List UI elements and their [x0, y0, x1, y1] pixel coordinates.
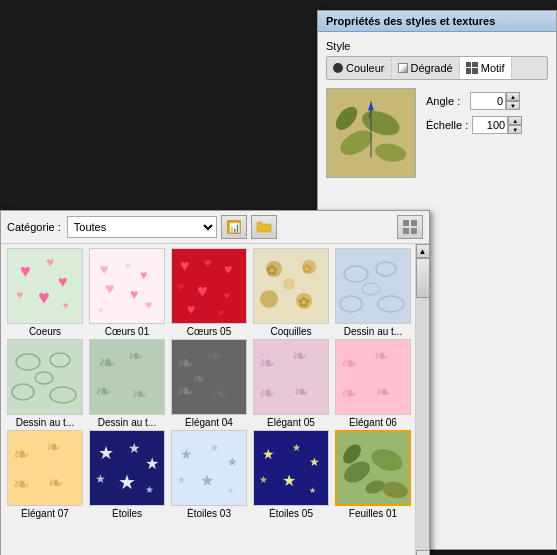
scale-up-button[interactable]: ▲ [508, 116, 522, 125]
svg-text:★: ★ [98, 443, 114, 463]
motif-icon [466, 62, 478, 74]
couleur-icon [333, 63, 343, 73]
tile-feuilles-01[interactable]: Feuilles 01 [333, 430, 413, 519]
tile-coeurs[interactable]: ♥ ♥ ♥ ♥ ♥ ♥ Coeurs [5, 248, 85, 337]
angle-spinner: ▲ ▼ [470, 92, 520, 110]
tab-degrade[interactable]: Dégradé [392, 57, 460, 79]
folder-icon [256, 219, 272, 235]
svg-text:♥: ♥ [217, 306, 224, 320]
svg-text:♥: ♥ [38, 286, 50, 308]
svg-text:♥: ♥ [46, 254, 54, 270]
svg-text:♥: ♥ [105, 280, 115, 297]
svg-text:★: ★ [282, 472, 296, 489]
tile-coeurs-05[interactable]: ♥ ♥ ♥ ♥ ♥ ♥ ♥ ♥ Cœurs 05 [169, 248, 249, 337]
svg-text:★: ★ [259, 474, 268, 485]
scale-group: Échelle : ▲ ▼ [426, 116, 522, 134]
tile-coquilles[interactable]: ✿ ✿ ✿ Coquilles [251, 248, 331, 337]
style-label: Style [326, 40, 548, 52]
tab-degrade-label: Dégradé [411, 62, 453, 74]
svg-text:♥: ♥ [58, 273, 68, 290]
svg-text:★: ★ [227, 486, 234, 495]
angle-scale-controls: Angle : ▲ ▼ Échelle : ▲ [426, 88, 522, 186]
tile-coeurs-01[interactable]: ♥ ♥ ♥ ♥ ♥ ♥ ♥ Cœurs 01 [87, 248, 167, 337]
tile-dessin-au-2-img [7, 339, 83, 415]
tab-motif-label: Motif [481, 62, 505, 74]
tab-motif[interactable]: Motif [460, 57, 512, 79]
svg-text:❧: ❧ [376, 382, 391, 402]
svg-text:♥: ♥ [98, 305, 104, 316]
scroll-up-arrow[interactable]: ▲ [416, 244, 430, 258]
scale-spinner-buttons: ▲ ▼ [508, 116, 522, 134]
tile-elegant-05-label: Élégant 05 [253, 417, 329, 428]
degrade-icon [398, 63, 408, 73]
svg-text:✿: ✿ [266, 262, 278, 278]
svg-text:❧: ❧ [294, 382, 309, 402]
scroll-thumb[interactable] [416, 258, 430, 298]
svg-text:♥: ♥ [224, 261, 232, 277]
tile-elegant-05[interactable]: ❧ ❧ ❧ ❧ Élégant 05 [251, 339, 331, 428]
tab-couleur-label: Couleur [346, 62, 385, 74]
tile-elegant-07-img: ❧ ❧ ❧ ❧ [7, 430, 83, 506]
tile-dessin-au-2[interactable]: Dessin au t... [5, 339, 85, 428]
svg-text:★: ★ [210, 442, 219, 453]
scale-down-button[interactable]: ▼ [508, 125, 522, 134]
svg-text:❧: ❧ [95, 380, 112, 402]
svg-text:★: ★ [200, 472, 214, 489]
tile-coquilles-label: Coquilles [253, 326, 329, 337]
svg-text:❧: ❧ [259, 382, 276, 404]
view-toggle-button[interactable] [397, 215, 423, 239]
svg-text:♥: ♥ [180, 257, 190, 274]
svg-text:❧: ❧ [341, 352, 358, 374]
tile-elegant-07[interactable]: ❧ ❧ ❧ ❧ Élégant 07 [5, 430, 85, 519]
angle-down-button[interactable]: ▼ [506, 101, 520, 110]
tile-panel: Catégorie : Toutes Cœurs Étoiles Élégant… [0, 210, 430, 555]
tile-coeurs-img: ♥ ♥ ♥ ♥ ♥ ♥ [7, 248, 83, 324]
svg-text:★: ★ [177, 474, 186, 485]
scroll-down-arrow[interactable]: ▼ [416, 550, 430, 555]
tab-couleur[interactable]: Couleur [327, 57, 392, 79]
folder-button[interactable] [251, 215, 277, 239]
svg-text:❧: ❧ [46, 437, 61, 457]
angle-label: Angle : [426, 95, 466, 107]
svg-rect-54 [8, 340, 83, 415]
svg-text:❧: ❧ [128, 346, 143, 366]
svg-text:♥: ♥ [130, 286, 138, 302]
tile-dessin-au-3[interactable]: ❧ ❧ ❧ ❧ Dessin au t... [87, 339, 167, 428]
tile-grid: ♥ ♥ ♥ ♥ ♥ ♥ Coeurs ♥ ♥ ♥ [1, 244, 429, 523]
tile-elegant-04[interactable]: ❧ ❧ ❧ ❧ ❧ Élégant 04 [169, 339, 249, 428]
tile-elegant-04-img: ❧ ❧ ❧ ❧ ❧ [171, 339, 247, 415]
tile-coquilles-img: ✿ ✿ ✿ [253, 248, 329, 324]
angle-input[interactable] [470, 92, 506, 110]
tile-toolbar: Catégorie : Toutes Cœurs Étoiles Élégant… [1, 211, 429, 244]
svg-text:❧: ❧ [259, 352, 276, 374]
scrollbar[interactable]: ▲ ▼ [415, 244, 429, 555]
svg-rect-12 [411, 220, 417, 226]
scale-label: Échelle : [426, 119, 468, 131]
svg-text:❧: ❧ [192, 370, 205, 387]
tile-coeurs-05-label: Cœurs 05 [171, 326, 247, 337]
tile-feuilles-01-img [335, 430, 411, 506]
svg-rect-13 [403, 228, 409, 234]
svg-text:★: ★ [118, 471, 136, 493]
angle-spinner-buttons: ▲ ▼ [506, 92, 520, 110]
tile-coeurs-01-img: ♥ ♥ ♥ ♥ ♥ ♥ ♥ [89, 248, 165, 324]
tile-elegant-06-label: Élégant 06 [335, 417, 411, 428]
tile-etoiles-03[interactable]: ★ ★ ★ ★ ★ ★ Étoiles 03 [169, 430, 249, 519]
tile-etoiles-05[interactable]: ★ ★ ★ ★ ★ ★ Étoiles 05 [251, 430, 331, 519]
tile-elegant-06[interactable]: ❧ ❧ ❧ ❧ Élégant 06 [333, 339, 413, 428]
svg-rect-14 [411, 228, 417, 234]
scale-spinner: ▲ ▼ [472, 116, 522, 134]
svg-text:✿: ✿ [302, 262, 312, 276]
svg-text:★: ★ [309, 455, 320, 469]
tile-feuilles-01-label: Feuilles 01 [335, 508, 411, 519]
import-button[interactable]: 📊 [221, 215, 247, 239]
pattern-preview [326, 88, 416, 178]
svg-text:★: ★ [95, 472, 106, 486]
tile-etoiles[interactable]: ★ ★ ★ ★ ★ ★ Étoiles [87, 430, 167, 519]
scroll-track[interactable] [416, 258, 430, 550]
angle-up-button[interactable]: ▲ [506, 92, 520, 101]
category-select[interactable]: Toutes Cœurs Étoiles Élégant Feuilles [67, 216, 217, 238]
tile-dessin-au-1[interactable]: Dessin au t... [333, 248, 413, 337]
scale-input[interactable] [472, 116, 508, 134]
svg-text:♥: ♥ [145, 298, 152, 312]
